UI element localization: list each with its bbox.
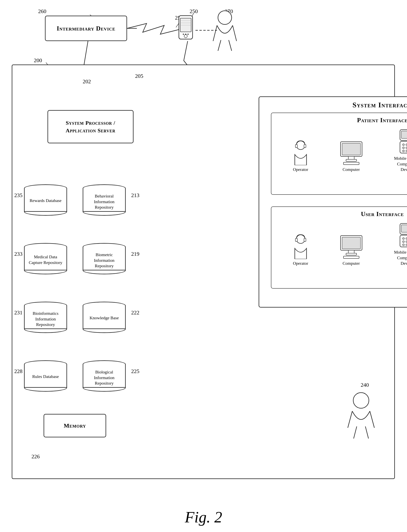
user-icons-row: Operator Computer [277,222,407,266]
mobile-device-icon [176,15,196,46]
biometric-label: Biometric Information Repository [86,252,122,269]
svg-line-117 [370,411,374,428]
rules-database-cylinder: Rules Database [24,360,67,392]
patient-interface-title: Patient Interface [271,117,407,124]
svg-rect-91 [344,256,359,258]
bioinformatics-label: Bioinformatics Information Repository [28,311,63,328]
svg-line-118 [354,426,357,438]
svg-line-45 [213,25,217,41]
ref-219: 219 [131,251,139,257]
intermediary-device-label: Intermediary Device [57,25,115,32]
ref-202: 202 [83,78,91,85]
svg-point-115 [353,393,369,408]
rules-database-label: Rules Database [28,374,63,379]
ref-235: 235 [14,192,23,198]
svg-point-62 [402,144,405,146]
knowledge-base-area: 222 Knowledge Base [83,302,126,333]
rewards-database-label: Rewards Database [28,198,63,203]
ref-205: 205 [135,73,143,79]
svg-point-68 [402,150,405,152]
svg-point-98 [402,241,405,243]
patient-mobile-item: Mobile Phone/ Computing Device [393,129,407,172]
ref-228: 228 [14,368,23,375]
figure-number-text: Fig. 2 [185,509,222,526]
svg-point-43 [188,34,189,35]
medical-data-cylinder: Medical Data Capture Repository [24,243,67,274]
knowledge-base-label: Knowledge Base [86,315,122,321]
svg-line-47 [218,40,221,51]
biometric-area: 219 Biometric Information Repository [83,243,126,274]
person-figure-240: 240 [345,392,377,439]
svg-point-69 [406,150,407,152]
svg-rect-57 [346,159,357,161]
svg-point-95 [402,238,405,240]
svg-line-116 [348,411,352,428]
svg-point-96 [406,238,407,240]
diagram-container: 260 258 250 270 Intermediary Device [0,0,407,532]
patient-computer-label: Computer [343,167,360,172]
ref-200: 200 [34,57,42,63]
user-computer-label: Computer [343,261,360,266]
system-interface-box: System Interface 207 Patient Interface [259,96,407,307]
svg-point-63 [406,144,407,146]
rewards-database-cylinder: Rewards Database [24,184,67,216]
patient-interface-box: Patient Interface [271,113,407,195]
main-outer-box: 200 202 System Processor /Application Se… [12,64,395,479]
user-operator-label: Operator [293,261,308,266]
svg-point-42 [185,34,186,35]
patient-computer-item: Computer [339,140,364,172]
biometric-cylinder: Biometric Information Repository [83,243,126,274]
medical-data-area: 233 Medical Data Capture Repository [24,243,67,274]
biological-cylinder: Biological Information Repository [83,360,126,392]
svg-point-49 [296,141,305,149]
ref-233: 233 [14,251,23,257]
svg-point-66 [406,147,407,149]
svg-point-82 [296,235,305,243]
patient-operator-item: Operator [292,140,309,172]
svg-rect-58 [344,162,359,165]
behavioral-cylinder: Behavioral Information Repository [83,184,126,216]
bioinformatics-area: 231 Bioinformatics Information Repositor… [24,302,67,333]
biological-label: Biological Information Repository [86,369,122,386]
bioinformatics-cylinder: Bioinformatics Information Repository [24,302,67,333]
fig-caption: Fig. 2 [185,508,222,526]
intermediary-device-box: Intermediary Device [45,16,127,41]
user-interface-title: User Interface [271,210,407,218]
knowledge-base-cylinder: Knowledge Base [83,302,126,333]
svg-rect-84 [304,238,306,242]
svg-point-44 [218,11,232,24]
user-mobile-label: Mobile Phone/ Computing Device [393,250,407,266]
svg-point-65 [402,147,405,149]
svg-line-119 [365,426,368,438]
svg-rect-83 [295,238,297,242]
svg-line-48 [229,40,232,51]
system-interface-title: System Interface [259,101,407,109]
rules-db-area: 228 Rules Database [24,360,67,392]
memory-box: Memory [44,414,106,437]
ref-231: 231 [14,310,23,316]
svg-point-99 [406,241,407,243]
svg-point-102 [406,244,407,246]
ref-222: 222 [131,310,139,316]
svg-rect-50 [295,144,297,148]
svg-rect-93 [401,225,407,232]
patient-mobile-label: Mobile Phone/ Computing Device [393,156,407,172]
ref-260: 260 [38,8,46,15]
ref-225: 225 [131,368,139,375]
svg-line-46 [233,25,236,41]
svg-rect-56 [348,156,354,159]
user-interface-box: User Interface [271,206,407,289]
behavioral-area: 213 Behavioral Information Repository [83,184,126,216]
svg-rect-55 [342,143,360,155]
user-operator-item: Operator [292,234,309,266]
processor-label: System Processor /Application Server [66,119,115,134]
ref-240: 240 [361,382,369,388]
behavioral-label: Behavioral Information Repository [86,193,122,210]
svg-rect-36 [180,18,191,32]
svg-point-41 [183,34,184,35]
patient-icons-row: Operator [277,129,407,172]
svg-rect-88 [342,237,360,249]
user-computer-item: Computer [339,234,364,266]
svg-point-40 [184,35,187,38]
user-mobile-item: Mobile Phone/ Computing Device [393,222,407,266]
